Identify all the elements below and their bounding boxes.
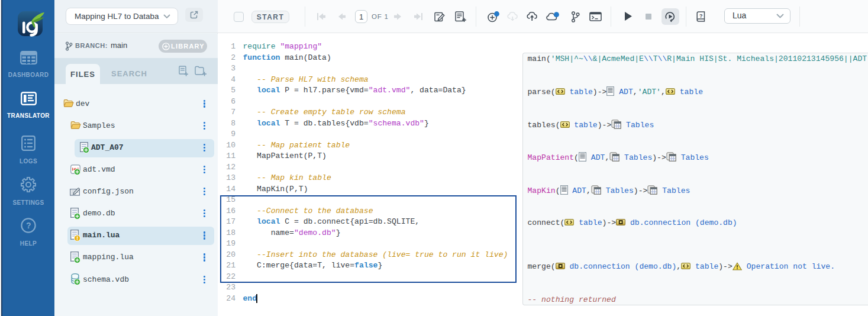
svg-text:?: ? (26, 221, 31, 230)
svg-text:?: ? (699, 13, 703, 19)
